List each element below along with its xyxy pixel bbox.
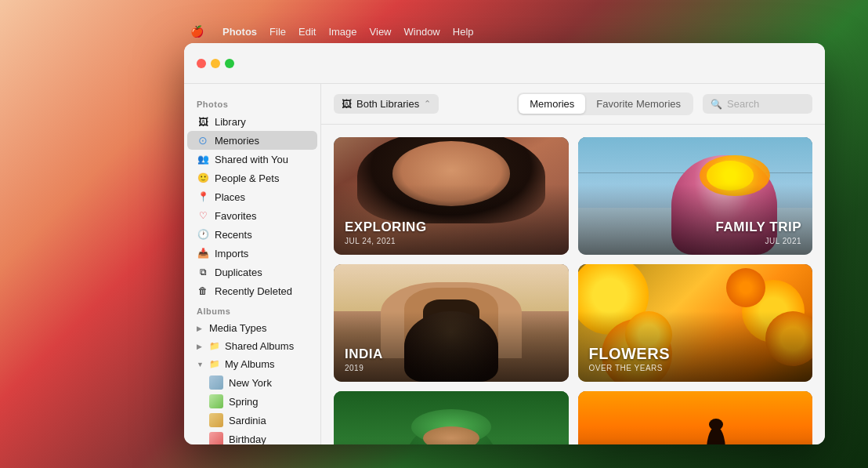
menu-file[interactable]: File [269,26,286,38]
birthday-thumb [209,432,223,444]
summer-overlay [334,391,569,444]
minimize-button[interactable] [211,59,220,68]
new-york-label: New York [229,377,272,389]
memory-card-exploring[interactable]: EXPLORING JUL 24, 2021 [334,137,569,255]
sidebar-label-memories: Memories [215,135,259,147]
favorites-icon: ♡ [197,209,209,222]
shared-albums-label: Shared Albums [225,340,294,352]
shared-icon: 👥 [197,153,209,165]
birthday-label: Birthday [229,434,266,445]
search-placeholder: Search [727,98,759,110]
duplicates-icon: ⧉ [197,266,209,278]
sidebar-label-shared: Shared with You [215,154,288,165]
album-item-birthday[interactable]: Birthday [187,430,317,444]
new-york-thumb [209,375,223,390]
sidebar-item-library[interactable]: 🖼 Library [187,112,317,131]
flowers-title: Flowers [589,345,671,362]
exploring-title: EXPLORING [345,220,427,235]
menu-window[interactable]: Window [404,26,440,38]
chevron-right-icon-2: ▶ [197,343,204,350]
beach-days-overlay [578,391,813,444]
sidebar-item-shared[interactable]: 👥 Shared with You [187,150,317,169]
title-bar [184,43,825,84]
traffic-lights [197,59,234,68]
my-albums-folder-icon: 📁 [209,359,220,369]
segment-control: Memories Favorite Memories [517,93,693,115]
search-icon: 🔍 [711,99,722,110]
library-picker-label: Both Libraries [356,98,419,110]
segment-favorite-memories[interactable]: Favorite Memories [585,94,692,114]
family-trip-title: Family Trip [589,220,802,235]
folder-icon: 📁 [209,341,220,351]
sidebar-group-media-types[interactable]: ▶ Media Types [187,319,317,337]
sidebar-item-duplicates[interactable]: ⧉ Duplicates [187,263,317,281]
maximize-button[interactable] [225,59,234,68]
india-title: INDIA [345,347,383,362]
memories-grid: EXPLORING JUL 24, 2021 [321,125,825,444]
sardinia-thumb [209,413,223,427]
sidebar: Photos 🖼 Library ⊙ Memories 👥 Shared wit… [184,84,321,444]
macos-screen: 🍎 Photos File Edit Image View Window Hel… [0,0,868,468]
sidebar-section-albums: Albums [184,300,320,319]
menu-help[interactable]: Help [453,26,474,38]
sidebar-item-places[interactable]: 📍 Places [187,187,317,206]
menu-bar: 🍎 Photos File Edit Image View Window Hel… [184,22,825,41]
sidebar-item-recently-deleted[interactable]: 🗑 Recently Deleted [187,281,317,300]
flowers-label: Flowers OVER THE YEARS [589,345,671,372]
library-icon: 🖼 [197,115,209,128]
sidebar-group-my-albums[interactable]: ▼ 📁 My Albums [187,355,317,373]
chevron-right-icon: ▶ [197,325,204,332]
window-body: Photos 🖼 Library ⊙ Memories 👥 Shared wit… [184,84,825,444]
sidebar-group-shared-albums[interactable]: ▶ 📁 Shared Albums [187,337,317,355]
sidebar-item-recents[interactable]: 🕐 Recents [187,225,317,244]
sidebar-item-favorites[interactable]: ♡ Favorites [187,206,317,225]
content-toolbar: 🖼 Both Libraries ⌃ Memories Favorite Mem… [321,84,825,125]
exploring-date: JUL 24, 2021 [345,237,427,245]
search-bar[interactable]: 🔍 Search [703,94,812,114]
sidebar-label-duplicates: Duplicates [215,267,262,278]
my-albums-label: My Albums [225,358,275,370]
sidebar-item-imports[interactable]: 📥 Imports [187,244,317,263]
sidebar-label-people: People & Pets [215,172,279,184]
memory-card-family-trip[interactable]: Family Trip JUL 2021 [578,137,813,255]
memory-card-india[interactable]: INDIA 2019 [334,264,569,382]
menu-edit[interactable]: Edit [298,26,316,38]
library-picker-icon: 🖼 [342,98,352,110]
menu-view[interactable]: View [370,26,392,38]
menu-photos[interactable]: Photos [222,26,257,38]
sidebar-label-library: Library [215,116,246,128]
people-icon: 🙂 [197,172,209,184]
sidebar-item-people[interactable]: 🙂 People & Pets [187,169,317,187]
memory-card-summer[interactable]: Summer 2017 [334,391,569,444]
sidebar-label-favorites: Favorites [215,210,256,222]
menu-image[interactable]: Image [328,26,356,38]
sardinia-label: Sardinia [229,415,266,426]
india-label: INDIA 2019 [345,347,383,372]
memory-card-beach-days[interactable]: BEACH DAYS 2019 [578,391,813,444]
album-item-new-york[interactable]: New York [187,373,317,392]
flowers-subtitle: OVER THE YEARS [589,364,671,372]
segment-memories[interactable]: Memories [519,94,585,114]
chevron-down-icon: ▼ [197,361,204,368]
places-icon: 📍 [197,190,209,203]
apple-logo-icon[interactable]: 🍎 [190,25,204,38]
library-picker[interactable]: 🖼 Both Libraries ⌃ [334,94,439,114]
deleted-icon: 🗑 [197,285,209,297]
memory-card-flowers[interactable]: Flowers OVER THE YEARS [578,264,813,382]
photos-window: Photos 🖼 Library ⊙ Memories 👥 Shared wit… [184,43,825,444]
india-date: 2019 [345,364,383,372]
close-button[interactable] [197,59,206,68]
sidebar-label-places: Places [215,191,245,203]
recents-icon: 🕐 [197,228,209,241]
sidebar-label-imports: Imports [215,248,248,259]
family-trip-label: Family Trip JUL 2021 [589,220,802,245]
main-content: 🖼 Both Libraries ⌃ Memories Favorite Mem… [321,84,825,444]
sidebar-item-memories[interactable]: ⊙ Memories [187,131,317,150]
album-item-sardinia[interactable]: Sardinia [187,411,317,430]
spring-label: Spring [229,396,259,408]
library-picker-chevron-icon: ⌃ [424,99,431,109]
album-item-spring[interactable]: Spring [187,392,317,411]
family-trip-date: JUL 2021 [589,237,802,245]
sidebar-label-deleted: Recently Deleted [215,285,292,297]
spring-thumb [209,394,223,408]
